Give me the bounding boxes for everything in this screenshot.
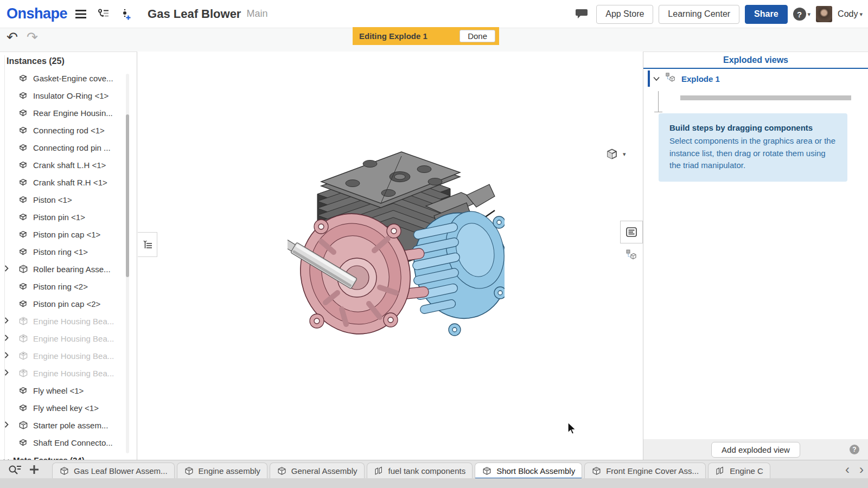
help-icon[interactable]: ? [793,8,806,21]
window-bottom-strip [0,478,868,488]
instances-scrollbar-thumb[interactable] [126,114,129,277]
chevron-right-icon[interactable] [4,420,14,430]
create-version-icon[interactable] [117,5,136,23]
instance-row[interactable]: Rear Engine Housin... [0,104,137,121]
assembly-icon [18,420,29,431]
learning-center-button[interactable]: Learning Center [659,5,739,24]
part-icon [18,177,29,188]
workspace-name[interactable]: Main [246,8,267,20]
instance-row[interactable]: Connecting rod <1> [0,121,137,139]
document-tab[interactable]: Engine C [708,463,770,479]
tab-label: Gas Leaf Blower Assem... [74,466,168,476]
instance-row[interactable]: Piston ring <2> [0,278,137,295]
exploded-views-toggle[interactable] [620,243,643,266]
user-avatar[interactable] [816,6,832,22]
explode-item[interactable]: Explode 1 [643,69,868,88]
tab-scroll-left-icon[interactable]: ‹ [845,463,850,476]
instance-row[interactable]: Shaft End Connecto... [0,434,137,451]
search-tabs-icon[interactable] [8,464,22,475]
part-icon [18,402,29,413]
instance-row[interactable]: Insulator O-Ring <1> [0,87,137,104]
instance-label: Starter pole assem... [33,421,108,430]
app-store-button[interactable]: App Store [596,5,653,24]
undo-icon[interactable]: ↶ [7,29,18,45]
exploded-view-icon [665,72,676,85]
document-tab[interactable]: Engine assembly [177,463,267,479]
add-exploded-view-button[interactable]: Add exploded view [711,442,800,458]
instance-row[interactable]: Connecting rod pin ... [0,139,137,156]
versions-history-icon[interactable] [94,5,113,23]
feature-list-toggle[interactable] [620,221,643,243]
onshape-logo[interactable]: Onshape [7,5,67,22]
instance-row[interactable]: Crank shaft R.H <1> [0,174,137,191]
instance-label: Insulator O-Ring <1> [33,91,108,100]
instance-label: Connecting rod pin ... [33,143,111,152]
comment-icon[interactable] [572,5,591,23]
mouse-cursor [565,421,578,435]
instance-label: Engine Housing Bea... [33,334,114,343]
graphics-area[interactable]: Top Front Right Y Z X [138,52,643,460]
chevron-right-icon[interactable] [4,333,14,343]
document-tab[interactable]: Front Engine Cover Ass... [584,463,706,479]
document-tab[interactable]: General Assembly [270,463,365,479]
add-tab-icon[interactable] [29,465,39,474]
instance-row[interactable]: Starter pole assem... [0,416,137,434]
help-icon[interactable]: ? [850,445,859,454]
instance-row[interactable]: Engine Housing Bea... [0,330,137,347]
instance-row[interactable]: Piston pin cap <1> [0,226,137,243]
caret-down-icon: ▾ [623,151,626,158]
instance-row[interactable]: Fly wheel <1> [0,382,137,399]
part-icon [18,73,29,84]
tab-label: Engine assembly [199,466,260,476]
instance-row[interactable]: Engine Housing Bea... [0,312,137,330]
shaded-cube-icon [605,147,618,160]
instance-label: Engine Housing Bea... [33,317,114,326]
top-bar: Onshape Gas Leaf Blower Main App Store L… [0,0,868,28]
tab-label: fuel tank components [388,466,466,476]
document-tab[interactable]: fuel tank components [367,463,473,479]
assembly-icon [18,264,29,274]
tab-scroll-right-icon[interactable]: › [859,463,864,476]
document-title: Gas Leaf Blower [148,7,241,21]
instances-list: Gasket-Engine cove... Insulator O-Ring <… [0,69,137,451]
document-tab[interactable]: Short Block Assembly [475,463,582,479]
chevron-right-icon[interactable] [4,351,14,361]
user-menu[interactable]: Cody ▾ [838,9,863,19]
redo-icon[interactable]: ↷ [27,29,38,45]
explode-step-tick [654,112,662,112]
part-icon [18,246,29,257]
part-icon [18,298,29,309]
instance-row[interactable]: Piston pin cap <2> [0,295,137,312]
instance-row[interactable]: Engine Housing Bea... [0,364,137,382]
chevron-right-icon[interactable] [4,316,14,326]
instance-row[interactable]: Fly wheel key <1> [0,399,137,416]
chevron-down-icon[interactable] [653,74,660,84]
done-button[interactable]: Done [459,30,495,42]
help-menu[interactable]: ? ▾ [793,8,811,21]
instance-row[interactable]: Roller bearing Asse... [0,260,137,278]
instance-row[interactable]: Gasket-Engine cove... [0,69,137,87]
document-tab[interactable]: Gas Leaf Blower Assem... [52,463,175,479]
mate-features-header[interactable]: Mate Features (24) [0,451,137,460]
instance-row[interactable]: Piston pin <1> [0,208,137,226]
exploded-view-icon [626,249,637,261]
instance-row[interactable]: Crank shaft L.H <1> [0,156,137,174]
assembly-icon [184,466,194,476]
instance-row[interactable]: Piston ring <1> [0,243,137,260]
instance-label: Connecting rod <1> [33,126,105,135]
engine-assembly-model[interactable] [288,130,505,358]
instances-header[interactable]: Instances (25) [0,52,137,69]
structure-panel-toggle[interactable] [138,232,157,257]
view-settings-control[interactable]: ▾ [605,147,626,160]
feature-list-icon [626,226,637,238]
chevron-right-icon[interactable] [4,264,14,274]
instance-label: Fly wheel key <1> [33,403,99,413]
share-button[interactable]: Share [745,5,787,24]
chevron-right-icon[interactable] [4,368,14,378]
explode-slider-track[interactable] [680,95,851,100]
tip-body: Select components in the graphics area o… [669,135,837,172]
hamburger-menu-icon[interactable] [72,5,90,23]
assembly-icon [18,368,29,378]
instance-row[interactable]: Engine Housing Bea... [0,347,137,364]
instance-row[interactable]: Piston <1> [0,191,137,208]
